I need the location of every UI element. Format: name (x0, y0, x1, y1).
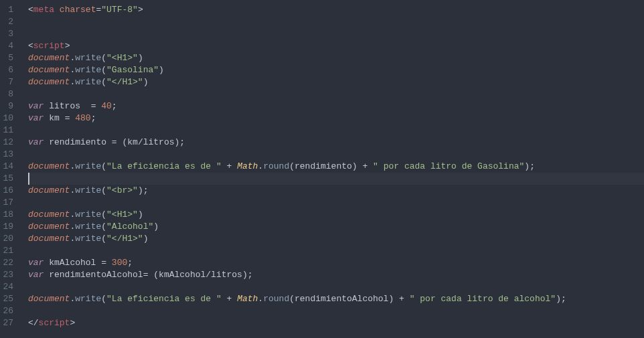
code-token (232, 161, 237, 171)
code-line[interactable]: var rendimiento = (km/litros); (28, 137, 644, 149)
code-token: write (75, 222, 101, 232)
code-token: document (28, 161, 70, 171)
code-token: ) (138, 209, 143, 220)
line-number: 26 (0, 305, 17, 317)
text-cursor (28, 173, 29, 185)
line-number: 20 (0, 233, 17, 245)
code-line[interactable] (28, 149, 644, 161)
code-token: < (28, 41, 33, 51)
code-line[interactable]: var rendimientoAlcohol= (kmAlcohol/litro… (28, 269, 644, 281)
line-number: 25 (0, 293, 17, 305)
code-token: </ (28, 318, 39, 328)
code-token: ) (159, 65, 164, 75)
code-token: km (127, 137, 138, 147)
code-line[interactable] (28, 305, 644, 317)
code-token: ) (143, 77, 149, 87)
code-token: ) (138, 53, 143, 63)
code-token: litros (211, 270, 242, 280)
line-number: 5 (0, 52, 17, 64)
code-line[interactable]: document.write("Alcohol") (28, 221, 644, 233)
code-line[interactable]: document.write("La eficiencia es de " + … (28, 161, 644, 173)
code-token: km (44, 113, 64, 123)
code-token: document (28, 209, 70, 220)
code-token: var (28, 258, 44, 268)
code-token: > (70, 318, 75, 328)
code-token: ( (153, 270, 159, 280)
code-line[interactable]: <meta charset="UTF-8"> (28, 4, 644, 16)
line-number: 27 (0, 317, 17, 329)
code-token: ); (175, 137, 185, 147)
code-line[interactable]: <script> (28, 40, 644, 52)
code-token: / (138, 137, 143, 147)
code-token (232, 294, 237, 304)
code-token: ) (352, 161, 357, 171)
code-token: ( (101, 53, 106, 63)
code-line[interactable]: </script> (28, 317, 644, 329)
code-token: ; (91, 113, 96, 123)
code-token: meta (33, 5, 54, 15)
code-line[interactable]: document.write("<H1>") (28, 52, 644, 64)
line-number: 6 (0, 64, 17, 76)
code-token: rendimientoAlcohol (295, 294, 388, 304)
code-token: ( (289, 294, 295, 304)
code-line[interactable]: var kmAlcohol = 300; (28, 257, 644, 269)
code-token: document (28, 185, 70, 195)
code-token: document (28, 53, 70, 63)
code-token: litros (143, 137, 175, 147)
code-token (222, 294, 227, 304)
code-line[interactable] (28, 16, 644, 28)
code-line[interactable]: document.write("</H1>") (28, 233, 644, 245)
code-editor[interactable]: 1234567891011121314151617181920212223242… (0, 0, 644, 338)
code-line[interactable]: document.write("<H1>") (28, 209, 644, 221)
code-line[interactable] (28, 88, 644, 100)
code-line[interactable]: document.write("La eficiencia es de " + … (28, 293, 644, 305)
code-token: kmAlcohol (159, 270, 206, 280)
code-token: "<br>" (106, 185, 138, 195)
code-token: write (75, 65, 101, 75)
line-number: 13 (0, 149, 17, 161)
code-token: ( (101, 209, 106, 220)
code-line[interactable] (28, 173, 644, 185)
code-token: ); (556, 294, 566, 304)
code-line[interactable]: var km = 480; (28, 112, 644, 124)
code-area[interactable]: <meta charset="UTF-8"><script>document.w… (23, 0, 644, 338)
line-number: 7 (0, 76, 17, 88)
line-number: 4 (0, 40, 17, 52)
line-number: 14 (0, 161, 17, 173)
code-line[interactable]: document.write("</H1>") (28, 76, 644, 88)
code-line[interactable]: document.write("Gasolina") (28, 64, 644, 76)
code-token: script (39, 318, 70, 328)
code-line[interactable] (28, 197, 644, 209)
code-token (404, 294, 410, 304)
code-token: document (28, 77, 70, 87)
code-token: "La eficiencia es de " (106, 294, 222, 304)
code-token: / (206, 270, 211, 280)
code-line[interactable]: document.write("<br>"); (28, 185, 644, 197)
code-token: round (263, 294, 289, 304)
code-token: litros (44, 101, 90, 111)
code-token: . (258, 294, 263, 304)
code-token: document (28, 65, 70, 75)
code-token: rendimientoAlcohol (44, 270, 143, 280)
code-token: kmAlcohol (44, 258, 101, 268)
code-token: ; (127, 258, 133, 268)
code-token: = (112, 137, 117, 147)
code-line[interactable] (28, 245, 644, 257)
code-token: = (101, 258, 106, 268)
code-token (394, 294, 399, 304)
code-token: ( (101, 161, 106, 171)
code-token: document (28, 222, 70, 232)
code-token: ) (143, 234, 149, 244)
code-token: script (33, 41, 65, 51)
code-line[interactable] (28, 281, 644, 293)
code-token: "Gasolina" (106, 65, 159, 75)
code-token: > (65, 41, 70, 51)
code-token: write (75, 53, 101, 63)
code-token: var (28, 137, 44, 147)
code-token: round (263, 161, 289, 171)
code-line[interactable]: var litros = 40; (28, 100, 644, 112)
code-line[interactable] (28, 124, 644, 137)
code-line[interactable] (28, 28, 644, 40)
code-token: document (28, 234, 70, 244)
code-token: var (28, 101, 44, 111)
